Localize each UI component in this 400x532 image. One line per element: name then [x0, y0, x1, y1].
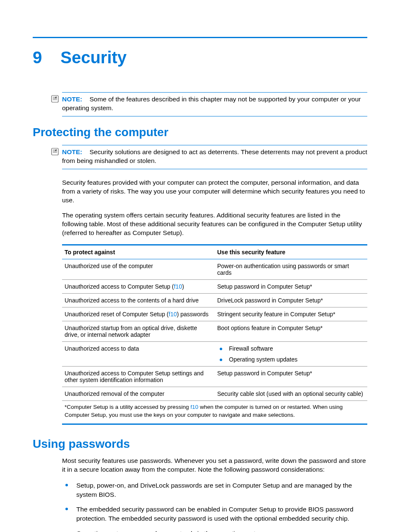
table-row: Unauthorized access to Computer Setup (f…: [62, 280, 367, 294]
note-text: [84, 96, 90, 103]
note-block-1: NOTE: Some of the features described in …: [62, 92, 367, 116]
cell-text: ): [182, 283, 184, 290]
list-item: Setup, power-on, and DriveLock passwords…: [62, 481, 367, 499]
note-text-1: Some of the features described in this c…: [62, 96, 361, 111]
cell-text: Unauthorized reset of Computer Setup (: [65, 311, 169, 318]
threat-cell: Unauthorized startup from an optical dri…: [62, 321, 215, 342]
table-row: Unauthorized access to dataFirewall soft…: [62, 342, 367, 367]
table-row: Unauthorized reset of Computer Setup (f1…: [62, 307, 367, 321]
cell-text: Unauthorized access to Computer Setup se…: [65, 370, 204, 383]
table-row: Unauthorized use of the computerPower-on…: [62, 259, 367, 280]
note-icon: [51, 95, 59, 103]
section-heading-passwords: Using passwords: [33, 437, 367, 451]
threat-cell: Unauthorized access to data: [62, 342, 215, 367]
threat-cell: Unauthorized use of the computer: [62, 259, 215, 280]
threat-cell: Unauthorized access to Computer Setup (f…: [62, 280, 215, 294]
section-heading-protecting: Protecting the computer: [33, 126, 367, 139]
note-icon: [51, 148, 59, 155]
chapter-heading: 9 Security: [33, 48, 367, 67]
note-label: NOTE:: [62, 96, 82, 103]
table-header-threat: To protect against: [62, 245, 215, 259]
cell-text: Unauthorized removal of the computer: [65, 390, 164, 397]
top-rule: [33, 37, 367, 38]
table-row: Unauthorized startup from an optical dri…: [62, 321, 367, 342]
table-row: Unauthorized access to Computer Setup se…: [62, 367, 367, 387]
feature-cell: DriveLock password in Computer Setup*: [215, 294, 367, 307]
f10-link[interactable]: f10: [174, 283, 182, 290]
footnote-text: *Computer Setup is a utility accessed by…: [65, 404, 190, 410]
password-considerations-list: Setup, power-on, and DriveLock passwords…: [62, 481, 367, 532]
table-row: Unauthorized removal of the computerSecu…: [62, 387, 367, 401]
table-footnote: *Computer Setup is a utility accessed by…: [62, 400, 367, 425]
feature-cell: Boot options feature in Computer Setup*: [215, 321, 367, 342]
note-label: NOTE:: [62, 148, 82, 155]
note-text-2: Security solutions are designed to act a…: [62, 148, 367, 164]
cell-text: Unauthorized use of the computer: [65, 263, 153, 269]
threat-cell: Unauthorized access to Computer Setup se…: [62, 367, 215, 387]
chapter-number: 9: [33, 48, 42, 67]
cell-text: Unauthorized access to Computer Setup (: [65, 283, 174, 290]
feature-cell: Security cable slot (used with an option…: [215, 387, 367, 401]
list-item: Firewall software: [217, 345, 365, 352]
f10-link[interactable]: f10: [169, 311, 177, 318]
f10-link[interactable]: f10: [190, 404, 198, 410]
cell-text: ) passwords: [177, 311, 208, 318]
list-item: Operating system updates: [217, 356, 365, 363]
cell-text: Unauthorized access to the contents of a…: [65, 297, 199, 304]
table-row: Unauthorized access to the contents of a…: [62, 294, 367, 307]
svg-rect-1: [52, 148, 58, 155]
chapter-title: Security: [60, 48, 127, 67]
feature-cell: Power-on authentication using passwords …: [215, 259, 367, 280]
feature-cell: Stringent security feature in Computer S…: [215, 307, 367, 321]
feature-cell: Firewall softwareOperating system update…: [215, 342, 367, 367]
table-header-feature: Use this security feature: [215, 245, 367, 259]
paragraph: Security features provided with your com…: [62, 178, 367, 205]
feature-cell: Setup password in Computer Setup*: [215, 280, 367, 294]
note-text: [84, 148, 90, 155]
paragraph: Most security features use passwords. Wh…: [62, 457, 367, 474]
note-block-2: NOTE: Security solutions are designed to…: [62, 145, 367, 169]
cell-text: Unauthorized access to data: [65, 345, 139, 352]
security-features-table: To protect against Use this security fea…: [62, 244, 367, 400]
paragraph: The operating system offers certain secu…: [62, 211, 367, 238]
cell-text: Unauthorized startup from an optical dri…: [65, 325, 197, 338]
feature-cell: Setup password in Computer Setup*: [215, 367, 367, 387]
svg-rect-0: [52, 96, 58, 102]
threat-cell: Unauthorized removal of the computer: [62, 387, 215, 401]
threat-cell: Unauthorized access to the contents of a…: [62, 294, 215, 307]
list-item: Operating system passwords are set only …: [62, 529, 367, 532]
feature-list: Firewall softwareOperating system update…: [217, 345, 365, 363]
list-item: The embedded security password can be en…: [62, 505, 367, 523]
threat-cell: Unauthorized reset of Computer Setup (f1…: [62, 307, 215, 321]
